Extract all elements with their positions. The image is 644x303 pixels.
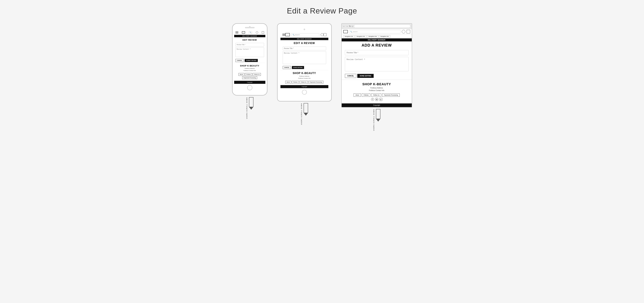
- browser-refresh-btn[interactable]: ↻: [349, 25, 351, 27]
- tablet-frame: 🔍 search DELIVERY BANNER EDIT A REVIEW C…: [277, 23, 332, 101]
- mobile-home-button[interactable]: [247, 85, 252, 90]
- desktop-form: CANCEL DONE EDITING: [342, 48, 412, 79]
- desktop-search-bar[interactable]: 🔍 search: [349, 30, 400, 33]
- tablet-camera: [304, 28, 305, 30]
- tablet-footer-links: About Policies Follow Us Payments Proces…: [282, 81, 327, 83]
- user-icon[interactable]: [256, 31, 258, 33]
- desktop-submit-button[interactable]: DONE EDITING: [357, 74, 374, 78]
- tablet-wireframe: 🔍 search DELIVERY BANNER EDIT A REVIEW C…: [277, 23, 332, 125]
- tablet-cancel-button[interactable]: CANCEL: [283, 66, 291, 69]
- tablet-home-button[interactable]: [302, 90, 307, 95]
- tablet-user-icon[interactable]: [321, 33, 324, 36]
- tablet-scroll-arrow: [304, 103, 308, 125]
- tablet-footer: SHOP K-BEAUTY Fictitious Address Fictiti…: [280, 70, 328, 85]
- tablet-review-content-textarea[interactable]: [283, 51, 326, 64]
- mobile-wireframe: 🔍 DELIVERY BANNER EDIT REVIEW CANCEL SUB…: [232, 23, 268, 119]
- envelope-icon[interactable]: [242, 31, 245, 33]
- desktop-footer-address: Fictitious Address Fictitious Contact In…: [345, 87, 408, 92]
- mobile-footer-links: About Policies Follow Us Payments Proces…: [236, 73, 264, 79]
- tablet-hamburger-icon[interactable]: [282, 34, 285, 36]
- mobile-copyright: Copyright: [234, 81, 265, 84]
- desktop-nav-link-4[interactable]: Navigation link: [379, 35, 390, 37]
- desktop-review-content-textarea[interactable]: [345, 57, 408, 71]
- desktop-form-buttons: CANCEL DONE EDITING: [345, 74, 408, 78]
- desktop-about-link[interactable]: About: [354, 93, 361, 97]
- desktop-cancel-button[interactable]: CANCEL: [345, 74, 356, 78]
- mobile-shop-name: SHOP K-BEAUTY: [236, 64, 264, 67]
- tablet-scroll-text: USERS SCROLL DOWN: [301, 103, 302, 125]
- tablet-follow-link[interactable]: Follow Us: [300, 81, 308, 83]
- tablet-submit-button[interactable]: DONE EDITING: [292, 66, 304, 69]
- mobile-edit-heading: EDIT REVIEW: [234, 37, 265, 42]
- search-icon: 🔍: [250, 32, 251, 33]
- browser-forward-btn[interactable]: →: [346, 25, 348, 27]
- tablet-review-title-input[interactable]: [283, 46, 326, 50]
- desktop-follow-link[interactable]: Follow Us: [371, 93, 381, 97]
- mobile-review-title-input[interactable]: [236, 43, 264, 46]
- desktop-policies-link[interactable]: Policies: [362, 93, 370, 97]
- pinterest-icon[interactable]: p: [380, 98, 382, 101]
- tablet-delivery-banner: DELIVERY BANNER: [280, 38, 328, 40]
- mobile-submit-button[interactable]: SUBMIT REVIEW: [244, 59, 258, 62]
- desktop-scroll-indicator: USERS SCROLL DOWN: [341, 109, 412, 131]
- desktop-cart-icon[interactable]: [406, 30, 410, 33]
- mobile-follow-link[interactable]: Follow Us: [253, 73, 261, 76]
- desktop-screen: 🔍 search Navigation link Navigation link…: [342, 29, 412, 107]
- tablet-form-buttons: CANCEL DONE EDITING: [283, 66, 326, 69]
- facebook-icon[interactable]: f: [371, 98, 374, 101]
- mobile-scroll-text: USERS SCROLL DOWN: [246, 97, 248, 119]
- desktop-shop-name: SHOP K-BEAUTY: [345, 82, 408, 86]
- mobile-search-bar[interactable]: 🔍: [249, 31, 252, 34]
- desktop-search-icon: 🔍: [350, 31, 352, 32]
- desktop-frame: ← → ↻ ⌂ 🔍 search: [341, 23, 412, 107]
- desktop-scroll-text: USERS SCROLL DOWN: [373, 109, 375, 131]
- desktop-edit-heading: ADD A REVIEW: [342, 41, 412, 48]
- mobile-nav: 🔍: [234, 30, 265, 35]
- desktop-social-icons: f ◎ p: [345, 98, 408, 101]
- mobile-form: CANCEL SUBMIT REVIEW: [234, 42, 265, 63]
- wireframes-container: 🔍 DELIVERY BANNER EDIT REVIEW CANCEL SUB…: [232, 23, 412, 131]
- desktop-nav: 🔍 search: [342, 29, 412, 34]
- tablet-search-icon: 🔍: [292, 34, 294, 36]
- desktop-nav-link-1[interactable]: Navigation link: [343, 35, 354, 37]
- desktop-nav-link-2[interactable]: Navigation link: [355, 35, 366, 37]
- mobile-payments-link[interactable]: Payments Processing: [242, 76, 257, 79]
- mobile-screen: 🔍 DELIVERY BANNER EDIT REVIEW CANCEL SUB…: [234, 30, 265, 84]
- mobile-policies-link[interactable]: Policies: [245, 73, 252, 76]
- desktop-browser-bar: ← → ↻ ⌂: [342, 23, 412, 29]
- mobile-frame: 🔍 DELIVERY BANNER EDIT REVIEW CANCEL SUB…: [232, 23, 268, 95]
- desktop-delivery-banner: DELIVERY BANNER: [342, 38, 412, 41]
- instagram-icon[interactable]: ◎: [375, 98, 378, 101]
- tablet-nav: 🔍 search: [280, 32, 328, 38]
- tablet-cart-icon[interactable]: [324, 33, 326, 36]
- browser-back-btn[interactable]: ←: [343, 25, 345, 27]
- desktop-footer: SHOP K-BEAUTY Fictitious Address Fictiti…: [342, 79, 412, 103]
- desktop-copyright: Copyright: [342, 103, 412, 107]
- mobile-cancel-button[interactable]: CANCEL: [236, 59, 244, 62]
- mobile-camera: [249, 26, 250, 28]
- mobile-delivery-banner: DELIVERY BANNER: [234, 35, 265, 37]
- tablet-screen: 🔍 search DELIVERY BANNER EDIT A REVIEW C…: [280, 32, 328, 88]
- tablet-envelope-icon[interactable]: [285, 33, 290, 36]
- desktop-nav-links: Navigation link Navigation link Navigati…: [342, 34, 412, 38]
- desktop-nav-link-3[interactable]: Navigation link: [367, 35, 378, 37]
- tablet-search-bar[interactable]: 🔍 search: [291, 33, 319, 36]
- mobile-footer-address: Fictitious Address Fictitious Contact In…: [236, 68, 264, 72]
- tablet-edit-heading: EDIT A REVIEW: [280, 40, 328, 46]
- desktop-user-icon[interactable]: [402, 30, 405, 33]
- browser-url-bar[interactable]: [354, 24, 410, 28]
- mobile-scroll-arrow: [249, 97, 254, 119]
- tablet-payments-link[interactable]: Payments Processing: [308, 81, 323, 83]
- desktop-payments-link[interactable]: Payments Processing: [382, 93, 400, 97]
- mobile-review-content-textarea[interactable]: [236, 47, 264, 57]
- hamburger-icon[interactable]: [236, 31, 238, 33]
- tablet-copyright: Copyright: [280, 85, 328, 88]
- desktop-envelope-icon[interactable]: [343, 30, 348, 33]
- tablet-about-link[interactable]: About: [285, 81, 291, 83]
- browser-home-btn[interactable]: ⌂: [352, 25, 353, 27]
- tablet-policies-link[interactable]: Policies: [292, 81, 299, 83]
- mobile-about-link[interactable]: About: [238, 73, 244, 76]
- desktop-scroll-arrow: [376, 109, 380, 131]
- desktop-review-title-input[interactable]: [345, 50, 408, 55]
- cart-icon[interactable]: [262, 31, 264, 33]
